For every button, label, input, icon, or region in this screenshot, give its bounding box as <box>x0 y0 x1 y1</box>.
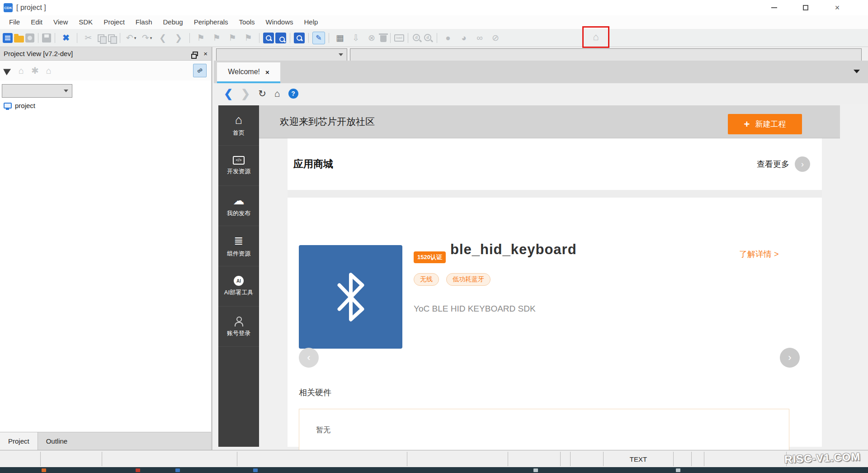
sidebar-item-dev-resources[interactable]: </> 开发资源 <box>218 146 259 186</box>
find-icon[interactable] <box>263 33 274 43</box>
configuration-dropdown[interactable] <box>216 48 347 61</box>
float-panel-icon[interactable] <box>193 52 198 56</box>
help-icon[interactable]: ? <box>288 89 298 99</box>
link-editor-toggle[interactable]: ∞ <box>193 64 207 77</box>
disconnect-icon[interactable]: ⊘ <box>488 31 503 45</box>
carousel-left-button[interactable]: ‹ <box>299 348 319 368</box>
related-hardware-box: 暂无 <box>299 409 789 450</box>
close-all-icon[interactable]: ✖ <box>59 31 73 45</box>
save-as-icon[interactable] <box>25 33 34 43</box>
sidebar-item-ai-tools[interactable]: AI AI部署工具 <box>218 266 259 307</box>
menu-item[interactable]: Project <box>98 15 130 29</box>
menu-item[interactable]: File <box>4 15 25 29</box>
tab-list-chevron-icon[interactable] <box>854 70 860 73</box>
new-file-icon[interactable] <box>3 33 13 43</box>
erase-icon[interactable] <box>380 35 387 42</box>
panel-tab[interactable]: Project <box>0 432 38 450</box>
menu-item[interactable]: Debug <box>158 15 189 29</box>
close-panel-icon[interactable]: × <box>203 50 208 57</box>
stop-icon[interactable]: ⊗ <box>364 31 379 45</box>
nav-forward-icon[interactable]: ❯ <box>241 87 250 100</box>
tree-item-project[interactable]: project <box>0 98 211 109</box>
secondary-toolbar-field <box>350 48 862 61</box>
sidebar-item-home[interactable]: ⌂ 首页 <box>218 105 259 146</box>
tab-welcome-label: Welcome! <box>228 68 260 76</box>
copy-icon[interactable] <box>97 33 106 43</box>
save-icon[interactable] <box>42 33 51 43</box>
close-icon: × <box>835 3 840 13</box>
menu-item[interactable]: Peripherals <box>189 15 234 29</box>
locate-file-icon[interactable] <box>3 66 13 75</box>
wizard-icon[interactable]: ✱ <box>31 65 39 76</box>
menu-item[interactable]: View <box>48 15 73 29</box>
redo-icon[interactable]: ↷ <box>140 31 154 45</box>
user-icon <box>234 316 243 326</box>
sidebar-item-label: 开发资源 <box>227 167 250 175</box>
sidebar-item-login[interactable]: 账号登录 <box>218 307 259 347</box>
undo-icon[interactable]: ↶ <box>124 31 138 45</box>
breakpoints-icon[interactable]: ◕ <box>457 31 471 45</box>
taskbar-icon <box>253 468 258 472</box>
bookmark-prev-icon[interactable]: ⚑ <box>225 31 240 45</box>
memory-load-icon[interactable]: load <box>394 34 404 42</box>
separator <box>408 33 408 43</box>
tab-welcome[interactable]: Welcome! × <box>217 62 280 81</box>
navigate-back-icon[interactable]: ❮ <box>156 31 170 45</box>
cut-icon[interactable]: ✂ <box>81 31 95 45</box>
app-tile-bluetooth[interactable] <box>299 245 402 349</box>
menu-item[interactable]: SDK <box>73 15 98 29</box>
nav-home-icon[interactable]: ⌂ <box>274 88 280 99</box>
related-hardware-title: 相关硬件 <box>299 387 331 398</box>
home-gray-icon[interactable]: ⌂ <box>19 66 24 76</box>
find-in-files-icon[interactable] <box>275 33 286 43</box>
carousel-right-button[interactable]: › <box>780 348 800 368</box>
menu-item[interactable]: Help <box>298 15 323 29</box>
sidebar-item-my-releases[interactable]: ☁ 我的发布 <box>218 186 259 226</box>
app-name[interactable]: ble_hid_keyboard <box>450 241 577 258</box>
separator <box>390 33 391 43</box>
taskbar-sliver <box>0 467 868 473</box>
panel-tab[interactable]: Outline <box>38 432 76 450</box>
breakpoint-icon[interactable]: ● <box>441 31 455 45</box>
home-outline-icon[interactable]: ⌂ <box>46 66 52 76</box>
sidebar-item-label: 组件资源 <box>227 250 250 258</box>
toolbar: ✖ ✂ ↶ ↷ ❮ ❯ ⚑ ⚑ ⚑ ⚑ <box>0 29 868 47</box>
status-cell <box>237 452 407 466</box>
nav-back-icon[interactable]: ❮ <box>224 87 233 100</box>
learn-more-link[interactable]: 了解详情 > <box>739 249 779 260</box>
navigate-forward-icon[interactable]: ❯ <box>171 31 186 45</box>
window-title: [ project ] <box>16 0 46 15</box>
welcome-page: ⌂ 首页 </> 开发资源 ☁ 我的发布 ≣ 组件资源 <box>214 104 868 450</box>
debug-flash-icon[interactable]: ✎ <box>312 32 325 44</box>
zoom-out-icon[interactable] <box>423 33 433 43</box>
close-button[interactable]: × <box>826 0 848 15</box>
tab-close-icon[interactable]: × <box>265 68 269 76</box>
bookmark-next-icon[interactable]: ⚑ <box>209 31 224 45</box>
build-icon[interactable]: ▦ <box>333 31 347 45</box>
connect-icon[interactable]: ∞ <box>472 31 487 45</box>
sidebar-item-components[interactable]: ≣ 组件资源 <box>218 226 259 266</box>
workspace-icon <box>4 103 12 109</box>
bookmark-clear-icon[interactable]: ⚑ <box>241 31 255 45</box>
download-icon[interactable]: ⇩ <box>349 31 363 45</box>
view-more-link[interactable]: 查看更多 › <box>757 156 810 172</box>
bookmark-toggle-icon[interactable]: ⚑ <box>193 31 208 45</box>
menu-item[interactable]: Tools <box>234 15 260 29</box>
separator <box>329 33 329 43</box>
tree-item-label: project <box>15 102 35 109</box>
menu-item[interactable]: Flash <box>130 15 158 29</box>
maximize-button[interactable] <box>795 0 816 15</box>
menu-item[interactable]: Windows <box>260 15 299 29</box>
replace-icon[interactable] <box>294 33 305 43</box>
sidebar-item-label: AI部署工具 <box>224 289 253 297</box>
zoom-in-icon[interactable] <box>412 33 422 43</box>
minimize-button[interactable] <box>763 0 785 15</box>
home-toolbar-icon[interactable]: ⌂ <box>589 30 603 44</box>
new-project-button[interactable]: + 新建工程 <box>728 114 802 134</box>
menu-item[interactable]: Edit <box>25 15 48 29</box>
refresh-icon[interactable]: ↻ <box>258 88 266 99</box>
watermark: RISC-V1.COM <box>784 450 861 466</box>
project-select-dropdown[interactable] <box>2 84 72 98</box>
open-file-icon[interactable] <box>14 36 24 43</box>
paste-icon[interactable] <box>107 33 116 43</box>
